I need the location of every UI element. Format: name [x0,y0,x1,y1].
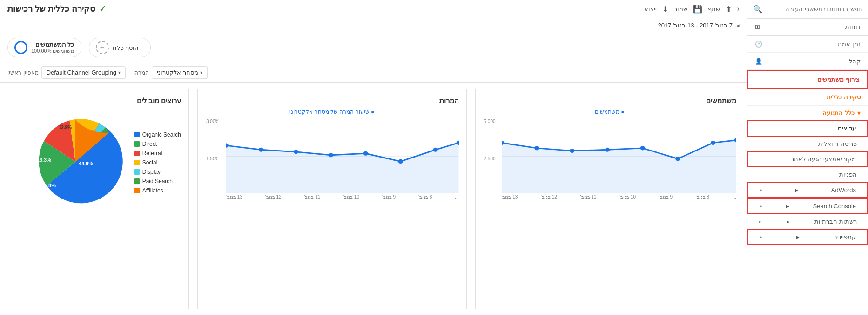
sidebar-item-realtime[interactable]: זמן אמת 🕐 [747,36,868,53]
date-bar: ◂ 7 בנוב' 2017 - 13 בנוב' 2017 [0,18,747,33]
sidebar-item-overview[interactable]: סקירה כללית [747,89,868,106]
legend-label-organic: Organic Search [142,131,181,138]
conversion-y-axis: 3.00% 1.50% [206,119,219,193]
sidebar-item-social[interactable]: רשתות חברתיות ▸ [747,214,868,229]
sidebar-item-label: AdWords [831,186,856,193]
sidebar-item-userflow[interactable]: צירוף משתמשים → [747,70,868,89]
export-label[interactable]: ייצוא [644,6,657,13]
sidebar-item-label: קהל [849,58,861,65]
svg-point-20 [363,151,368,156]
legend-label-display: Display [142,169,161,175]
chevron-down-icon-2: ▾ [118,70,121,75]
all-users-label: כל המשתמשים [31,41,74,48]
search-input[interactable] [762,6,862,13]
users-y-axis: 5,000 2,500 [484,119,496,193]
users-chart-title: משתמשים [483,96,737,105]
save-label[interactable]: שמור [674,6,687,13]
chevron-left-icon[interactable]: ◂ [736,22,740,29]
legend-color-display [134,169,140,175]
date-range[interactable]: 7 בנוב' 2017 - 13 בנוב' 2017 [658,22,733,29]
legend-display: Display [134,169,181,175]
sidebar-item-label: הפניות [839,171,857,178]
legend-color-direct [134,141,140,147]
legend-label-paid: Paid Search [142,178,173,185]
primary-label: מאפיין ראשי: [7,69,39,76]
svg-point-22 [433,148,438,152]
conversion-x-axis: ... 8 בנוב' 9 בנוב' 10 בנוב' 11 בנוב' 12… [226,194,459,199]
sidebar-item-campaigns[interactable]: קמפיינים ▸ [747,229,868,245]
legend-label-social: Social [142,159,158,166]
add-segment-button[interactable]: + הוסף פלח + [89,38,151,57]
secondary-metric-select[interactable]: ▾ מסחר אלקטרוני [152,66,208,79]
sidebar-item-label: זמן אמת [838,41,861,48]
add-segment-icon: + [96,41,109,54]
legend-social: Social [134,159,181,166]
top-bar: ‹ ⬆ שתף 💾 שמור ⬇ ייצוא ✓ סקירה כללית של … [0,0,747,18]
legend-direct: Direct [134,141,181,147]
svg-point-17 [259,148,263,152]
secondary-label: המרה: [133,69,149,76]
share-icon[interactable]: ⬆ [726,5,732,14]
arrow-icon: → [756,76,762,83]
sidebar-item-adwords[interactable]: AdWords ▸ [747,182,868,198]
top-bar-actions: ‹ ⬆ שתף 💾 שמור ⬇ ייצוא [644,5,740,14]
grid-icon: ⊞ [755,23,760,30]
save-icon[interactable]: 💾 [693,5,702,14]
sidebar-item-reports[interactable]: דוחות ⊞ [747,19,868,35]
sidebar-item-channels[interactable]: ערוצים [747,120,868,137]
legend-organic-search: Organic Search [134,131,181,138]
shield-icon: ✓ [99,4,106,14]
legend-color-referral [134,151,140,156]
add-segment-label: + הוסף פלח [113,44,144,51]
legend-label-referral: Referral [142,150,162,157]
sidebar-item-label: Search Console [813,203,856,210]
section-label: כלל התנועה [822,110,855,116]
chevron-down-icon: ▾ [200,70,202,75]
legend-paid-search: Paid Search [134,178,181,185]
svg-point-19 [329,153,333,157]
users-metric-label: ● משתמשים [483,109,737,115]
primary-value: Default Channel Grouping [47,69,116,76]
export-icon[interactable]: ⬇ [662,5,668,14]
sidebar-item-search-console[interactable]: Search Console ▸ [747,198,868,214]
svg-point-6 [570,149,574,153]
dim-metric-bar: ▾ מסחר אלקטרוני המרה: ▾ Default Channel … [0,62,747,83]
share-label[interactable]: שתף [708,6,720,13]
page-title: ✓ סקירה כללית של רכישות [7,4,106,14]
pie-chart-title: ערוצים מובילים [11,96,181,105]
users-chart-panel: משתמשים ● משתמשים 5,000 2,500 [475,89,745,309]
pie-chart-panel: ערוצים מובילים Organic Search Direct Ref… [3,89,189,309]
primary-metric-select[interactable]: ▾ Default Channel Grouping [41,66,126,79]
legend-color-affiliates [134,188,140,193]
sidebar-item-label: דוחות [845,23,861,30]
svg-point-8 [640,146,645,150]
legend-label-direct: Direct [142,141,157,147]
sidebar-item-source-medium[interactable]: מקור/אמצעי הגעה לאתר [747,151,868,167]
chevron-right-icon: ▸ [787,218,790,225]
svg-point-9 [675,157,680,161]
segment-bar: + הוסף פלח + כל המשתמשים משתמשים 100.00% [0,33,747,62]
users-x-axis: ... 8 בנוב' 9 בנוב' 10 בנוב' 11 בנוב' 12… [502,194,737,199]
users-line-svg [502,119,737,193]
pie-label-organic: 44.9% [78,161,93,166]
sidebar-item-label: ערוצים [838,125,856,132]
person-icon: 👤 [755,58,762,65]
back-icon[interactable]: ‹ [737,5,740,13]
conversion-chart: 3.00% 1.50% [205,119,459,203]
pie-svg-wrapper: 44.9% 15.8% 16.3% 12.9% [24,110,127,214]
primary-metric-group: ▾ Default Channel Grouping מאפיין ראשי: [7,66,126,79]
sidebar-item-treemap[interactable]: פריסה ויזואלית [747,137,868,151]
pie-chart-content: Organic Search Direct Referral Social [11,110,181,214]
sidebar-search-bar[interactable]: 🔍 [747,0,868,19]
sidebar-item-label: צירוף משתמשים [817,76,860,83]
conversion-chart-title: המרות [205,96,459,105]
pie-svg: 44.9% 15.8% 16.3% 12.9% [24,110,127,213]
all-users-segment[interactable]: כל המשתמשים משתמשים 100.00% [7,38,81,57]
search-icon[interactable]: 🔍 [753,5,762,14]
chevron-right-icon: ▸ [795,186,798,193]
sidebar-item-audience[interactable]: קהל 👤 [747,53,868,70]
sidebar-item-referrals[interactable]: הפניות [747,167,868,182]
all-users-sublabel: משתמשים 100.00% [31,48,74,54]
secondary-metric-group: ▾ מסחר אלקטרוני המרה: [133,66,208,79]
svg-point-5 [534,146,539,150]
